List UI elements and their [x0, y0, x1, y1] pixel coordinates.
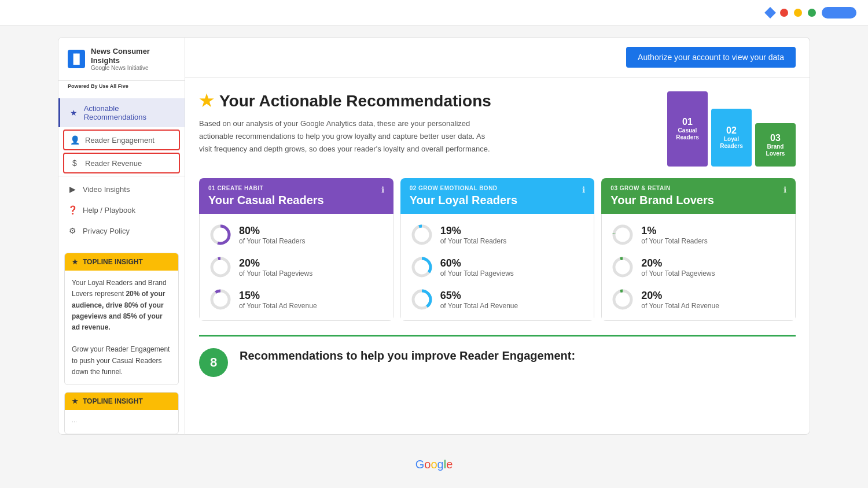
sidebar-item-reader-revenue[interactable]: $ Reader Revenue — [63, 153, 180, 173]
stat-row: 20% of Your Total Pageviews — [209, 256, 384, 279]
brand-lovers-tag: 03 GROW & RETAIN — [610, 185, 714, 191]
authorize-button[interactable]: Authorize your account to view your data — [626, 47, 796, 68]
sidebar-item-reader-engagement[interactable]: 👤 Reader Engagement — [63, 130, 180, 150]
recommendation-count-badge: 8 — [199, 348, 228, 377]
info-icon-casual[interactable]: ℹ — [381, 185, 384, 194]
pyramid-card-loyal: 02 LoyalReaders — [711, 109, 752, 167]
sidebar-item-label: Reader Engagement — [85, 136, 155, 145]
powered-by: Powered By Use All Five — [58, 81, 185, 94]
yellow-dot — [794, 9, 802, 17]
svg-point-14 — [614, 258, 631, 276]
loyal-readers-header: 02 GROW EMOTIONAL BOND Your Loyal Reader… — [400, 178, 595, 214]
svg-point-16 — [614, 291, 631, 308]
loyal-readers-card: 02 GROW EMOTIONAL BOND Your Loyal Reader… — [400, 178, 595, 321]
brand-lovers-body: 1% of Your Total Readers — [601, 214, 796, 321]
casual-readers-header: 01 CREATE HABIT Your Casual Readers ℹ — [199, 178, 393, 214]
svg-point-6 — [413, 226, 431, 243]
main-content: Authorize your account to view your data… — [185, 37, 810, 435]
topline-insight-label: TOPLINE INSIGHT — [83, 258, 143, 266]
privacy-icon: ⚙ — [68, 226, 77, 235]
svg-point-2 — [212, 258, 229, 276]
stat-row: 60% of Your Total Pageviews — [410, 256, 585, 279]
stat-text: 15% of Your Total Ad Revenue — [239, 290, 317, 310]
donut-loyal-readers — [410, 223, 433, 246]
donut-casual-revenue — [209, 288, 232, 311]
stat-text: 20% of Your Total Pageviews — [641, 257, 715, 278]
logo-icon: ▐▌ — [68, 50, 85, 68]
loyal-readers-tag: 02 GROW EMOTIONAL BOND — [410, 185, 517, 191]
stat-text: 60% of Your Total Pageviews — [440, 257, 514, 278]
donut-casual-pageviews — [209, 256, 232, 279]
stat-row: 20% of Your Total Ad Revenue — [611, 288, 786, 311]
app-title: News Consumer Insights — [91, 47, 175, 65]
sidebar-item-label: Reader Revenue — [85, 159, 142, 168]
video-icon: ▶ — [68, 184, 77, 194]
topline-star-icon-2: ★ — [72, 397, 78, 405]
info-icon-loyal[interactable]: ℹ — [582, 185, 585, 194]
casual-readers-title: Your Casual Readers — [208, 194, 324, 207]
content-body: ★ Your Actionable Recommendations Based … — [185, 77, 810, 391]
section-description: Based on our analysis of your Google Ana… — [199, 117, 500, 156]
sidebar-item-video-insights[interactable]: ▶ Video Insights — [58, 179, 185, 199]
donut-brand-pageviews — [611, 256, 634, 279]
loyal-readers-body: 19% of Your Total Readers — [400, 214, 595, 321]
reader-cards: 01 CREATE HABIT Your Casual Readers ℹ — [199, 178, 796, 321]
donut-loyal-pageviews — [410, 256, 433, 279]
sidebar-item-label: Help / Playbook — [83, 206, 135, 215]
brand-lovers-header: 03 GROW & RETAIN Your Brand Lovers ℹ — [601, 178, 796, 214]
casual-readers-body: 80% of Your Total Readers — [199, 214, 393, 321]
green-dot — [808, 9, 816, 17]
loyal-readers-title: Your Loyal Readers — [410, 194, 517, 207]
stat-row: 20% of Your Total Pageviews — [611, 256, 786, 279]
donut-casual-readers — [209, 223, 232, 246]
blue-rect — [822, 7, 856, 19]
stat-row: 1% of Your Total Readers — [611, 223, 786, 246]
page-title: ★ Your Actionable Recommendations — [199, 91, 500, 110]
sidebar-item-help-playbook[interactable]: ❓ Help / Playbook — [58, 199, 185, 220]
google-footer: Google — [0, 446, 868, 483]
donut-loyal-revenue — [410, 288, 433, 311]
stat-text: 20% of Your Total Pageviews — [239, 257, 312, 278]
content-header: Authorize your account to view your data — [185, 38, 810, 77]
title-star-icon: ★ — [199, 91, 214, 110]
topline-insight-header-1: ★ TOPLINE INSIGHT — [65, 253, 178, 271]
stat-text: 19% of Your Total Readers — [440, 225, 507, 245]
topline-insight-label-2: TOPLINE INSIGHT — [83, 397, 143, 405]
casual-readers-tag: 01 CREATE HABIT — [208, 185, 324, 191]
red-dot — [780, 9, 788, 17]
brand-lovers-card: 03 GROW & RETAIN Your Brand Lovers ℹ — [601, 178, 796, 321]
topline-insight-box-1: ★ TOPLINE INSIGHT Your Loyal Readers and… — [64, 253, 179, 385]
stat-row: 19% of Your Total Readers — [410, 223, 585, 246]
stat-text: 20% of Your Total Ad Revenue — [641, 290, 719, 310]
top-bar — [0, 0, 868, 25]
app-subtitle: Google News Initiative — [91, 65, 175, 71]
stat-row: 65% of Your Total Ad Revenue — [410, 288, 585, 311]
sidebar-nav: ★ Actionable Recommendations 👤 Reader En… — [58, 94, 185, 246]
sidebar-item-label: Privacy Policy — [83, 227, 130, 235]
sidebar-item-label: Actionable Recommendations — [84, 104, 175, 121]
sidebar-header: ▐▌ News Consumer Insights Google News In… — [58, 38, 185, 81]
sidebar-item-label: Video Insights — [83, 185, 130, 194]
pyramid-card-brand: 03 BrandLovers — [755, 123, 796, 167]
stat-row: 80% of Your Total Readers — [209, 223, 384, 246]
sidebar: ▐▌ News Consumer Insights Google News In… — [58, 37, 185, 435]
stat-text: 65% of Your Total Ad Revenue — [440, 290, 518, 310]
main-container: ▐▌ News Consumer Insights Google News In… — [58, 37, 810, 435]
svg-point-4 — [212, 291, 229, 308]
bottom-section: 8 Recommendations to help you improve Re… — [199, 335, 796, 377]
svg-point-12 — [614, 226, 631, 243]
section-title-row: ★ Your Actionable Recommendations Based … — [199, 91, 796, 167]
info-icon-brand[interactable]: ℹ — [784, 185, 786, 194]
topline-insight-header-2: ★ TOPLINE INSIGHT — [65, 393, 178, 410]
donut-brand-revenue — [611, 288, 634, 311]
person-icon: 👤 — [70, 135, 79, 145]
donut-brand-readers — [611, 223, 634, 246]
stat-row: 15% of Your Total Ad Revenue — [209, 288, 384, 311]
star-icon: ★ — [69, 108, 78, 117]
topline-insight-body-1: Your Loyal Readers and Brand Lovers repr… — [65, 271, 178, 385]
pyramid-card-casual: 01 CasualReaders — [667, 91, 708, 167]
stat-text: 1% of Your Total Readers — [641, 225, 708, 245]
sidebar-item-actionable-recommendations[interactable]: ★ Actionable Recommendations — [58, 98, 185, 127]
sidebar-item-privacy-policy[interactable]: ⚙ Privacy Policy — [58, 220, 185, 241]
footer-text: Google — [415, 458, 453, 471]
